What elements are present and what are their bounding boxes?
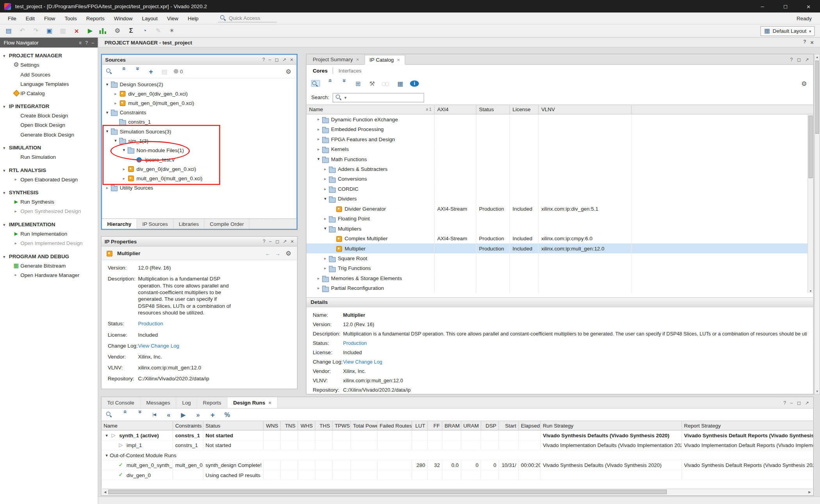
flow-nav-item[interactable]: Open Block Design (0, 120, 98, 130)
horizontal-scrollbar[interactable] (102, 488, 813, 495)
column-header[interactable]: WNS (264, 421, 281, 430)
timing-icon[interactable] (140, 27, 149, 35)
expand-toggle-icon[interactable] (316, 114, 322, 124)
bottom-tab[interactable]: Messages (141, 397, 176, 408)
expand-toggle-icon[interactable] (322, 263, 328, 273)
column-header[interactable]: Elapsed (519, 421, 541, 430)
column-header[interactable]: THS (316, 421, 333, 430)
document-icon[interactable] (160, 67, 169, 76)
close-icon[interactable] (291, 238, 294, 245)
expand-toggle-icon[interactable] (104, 82, 111, 87)
flow-nav-item[interactable]: Generate Bitstream (0, 261, 98, 270)
expand-toggle-icon[interactable] (322, 214, 328, 224)
column-header[interactable]: WHS (298, 421, 315, 430)
source-tree-row[interactable]: sim_1 (3) (102, 136, 296, 145)
expand-toggle-icon[interactable] (316, 134, 322, 144)
menu-item[interactable]: Help (183, 14, 203, 23)
help-icon[interactable] (85, 40, 88, 45)
column-header[interactable]: BRAM (442, 421, 461, 430)
flow-nav-item[interactable]: Open Hardware Manager (0, 270, 98, 279)
expand-toggle-icon[interactable] (121, 147, 127, 152)
source-tree-row[interactable]: div_gen_0 (div_gen_0.xci) (102, 89, 296, 98)
maximize-icon[interactable] (275, 57, 279, 62)
editor-tab[interactable]: Project Summary (308, 54, 364, 64)
menu-item[interactable]: Reports (82, 14, 109, 23)
editor-tab[interactable]: IP Catalog (364, 55, 405, 65)
settings-icon[interactable] (800, 79, 809, 88)
design-run-row[interactable]: synth_1 (active) constrs_1 Not started (102, 431, 813, 440)
menu-item[interactable]: File (3, 14, 21, 23)
add-icon[interactable] (146, 67, 155, 76)
close-icon[interactable] (290, 57, 294, 63)
expand-all-icon[interactable] (135, 410, 144, 419)
help-icon[interactable] (783, 400, 786, 405)
debug-icon[interactable] (168, 27, 176, 35)
expand-toggle-icon[interactable] (322, 254, 328, 263)
help-icon[interactable] (262, 57, 265, 62)
flow-nav-item[interactable]: Open Implemented Design (0, 238, 98, 248)
catalog-scrollbar[interactable] (808, 114, 813, 293)
source-tree-row[interactable]: Simulation Sources (3) (102, 126, 296, 136)
float-icon[interactable] (805, 400, 809, 405)
flow-nav-section-header[interactable]: SYNTHESIS (0, 188, 98, 197)
close-tab-icon[interactable] (268, 400, 271, 406)
maximize-icon[interactable] (275, 239, 279, 244)
bottom-tab[interactable]: Log (176, 397, 197, 408)
design-run-row[interactable]: Out-of-Context Module Runs (102, 450, 813, 460)
expand-toggle-icon[interactable] (121, 167, 127, 171)
redo-icon[interactable] (31, 27, 40, 35)
column-header[interactable]: Constraints (173, 421, 203, 430)
ip-catalog-row[interactable]: Dividers (307, 194, 813, 204)
column-header[interactable]: Name (102, 421, 173, 430)
scroll-right-icon[interactable] (806, 490, 813, 493)
maximize-window-icon[interactable] (774, 0, 797, 12)
float-icon[interactable] (805, 57, 809, 62)
layout-selector[interactable]: Default Layout (761, 26, 815, 35)
scroll-up-icon[interactable] (815, 55, 820, 59)
design-run-row[interactable]: impl_1 constrs_1 Not started (102, 440, 813, 450)
menu-item[interactable]: Tools (60, 14, 81, 23)
ip-catalog-row[interactable]: Square Root (307, 254, 813, 263)
column-header-axi4[interactable]: AXI4 (435, 105, 476, 114)
bottom-tab[interactable]: Reports (197, 397, 228, 408)
ip-catalog-row[interactable]: Kernels (307, 144, 813, 154)
flow-nav-item[interactable]: Run Synthesis (0, 197, 98, 206)
hierarchy-icon[interactable] (353, 79, 362, 88)
source-tree-row[interactable]: Design Sources (2) (102, 80, 296, 89)
ip-catalog-row[interactable]: Partial Reconfiguration (307, 283, 813, 293)
source-tree-row[interactable]: Non-module Files (1) (102, 145, 296, 154)
detail-change-log-link[interactable]: View Change Log (343, 358, 807, 365)
column-header[interactable]: Total Power (351, 421, 378, 430)
wrench-icon[interactable] (368, 79, 377, 88)
flow-nav-item[interactable]: Open Elaborated Design (0, 174, 98, 184)
float-icon[interactable] (282, 57, 286, 62)
expand-toggle-icon[interactable] (103, 431, 110, 440)
scrollbar-thumb[interactable] (108, 490, 667, 494)
ip-catalog-row[interactable]: Trig Functions (307, 263, 813, 273)
source-tree-row[interactable]: Utility Sources (102, 183, 296, 192)
menu-item[interactable]: Edit (21, 14, 39, 23)
close-icon[interactable] (810, 39, 814, 45)
report-icon[interactable] (127, 27, 135, 35)
detail-status-link[interactable]: Production (343, 340, 807, 346)
scroll-down-icon[interactable] (815, 390, 820, 393)
flow-nav-item[interactable]: Generate Block Design (0, 130, 98, 139)
menu-icon[interactable] (79, 40, 82, 45)
ip-catalog-row[interactable]: Floating Point (307, 214, 813, 224)
status-link[interactable]: Production (138, 320, 291, 327)
search-icon[interactable] (311, 80, 320, 87)
bottom-tab[interactable]: Design Runs (228, 397, 278, 408)
ip-catalog-row[interactable]: Multiplier Production Included xilinx.co… (307, 243, 813, 253)
source-tree-row[interactable]: Constraints (102, 108, 296, 117)
expand-toggle-icon[interactable] (104, 110, 111, 115)
source-tree-row[interactable]: mult_gen_0 (mult_gen_0.xci) (102, 98, 296, 108)
column-header[interactable]: FF (428, 421, 443, 430)
column-header[interactable]: Failed Routes (378, 421, 412, 430)
expand-toggle-icon[interactable] (322, 164, 328, 174)
flow-nav-item[interactable]: IP Catalog (0, 88, 98, 98)
first-icon[interactable] (150, 410, 159, 419)
close-window-icon[interactable] (797, 0, 820, 12)
forward-icon[interactable] (275, 250, 280, 256)
scroll-down-icon[interactable] (808, 289, 813, 293)
column-header[interactable]: URAM (461, 421, 481, 430)
